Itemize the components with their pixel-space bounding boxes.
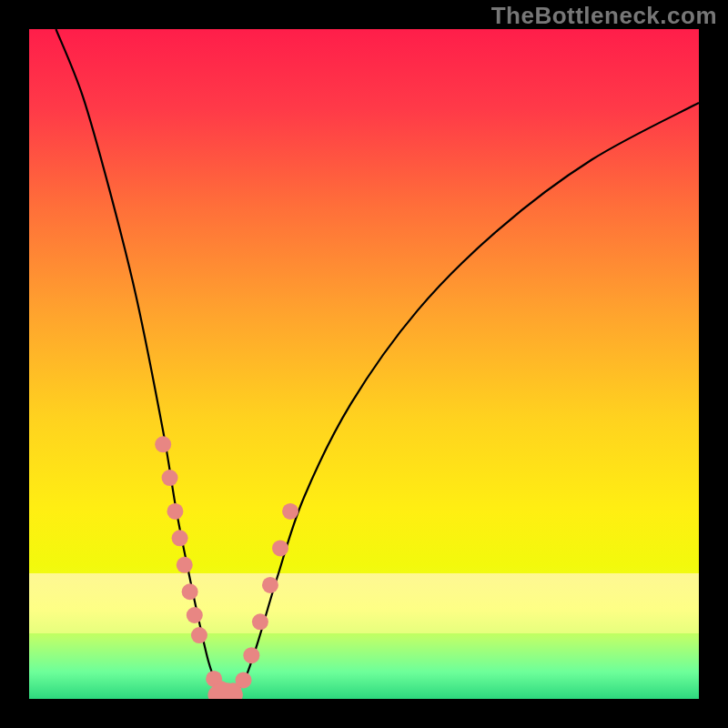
scatter-dot xyxy=(272,540,288,556)
chart-container: TheBottleneck.com xyxy=(0,0,728,728)
right-curve xyxy=(230,103,699,698)
scatter-dot xyxy=(167,503,183,520)
scatter-dot xyxy=(172,530,188,546)
scatter-dot xyxy=(182,583,198,600)
scatter-dot xyxy=(162,470,178,486)
scatter-dot xyxy=(155,436,171,452)
scatter-dot xyxy=(177,557,193,573)
scatter-dot xyxy=(252,613,268,630)
scatter-dots xyxy=(155,436,298,699)
plot-area xyxy=(29,29,699,699)
scatter-dot xyxy=(236,672,252,688)
scatter-dot xyxy=(262,577,278,593)
scatter-dot xyxy=(187,607,203,623)
watermark-text: TheBottleneck.com xyxy=(491,2,717,30)
left-curve xyxy=(56,29,229,698)
scatter-dot xyxy=(191,627,207,643)
scatter-dot xyxy=(243,647,259,663)
curve-layer xyxy=(29,29,699,699)
scatter-dot xyxy=(282,503,298,520)
